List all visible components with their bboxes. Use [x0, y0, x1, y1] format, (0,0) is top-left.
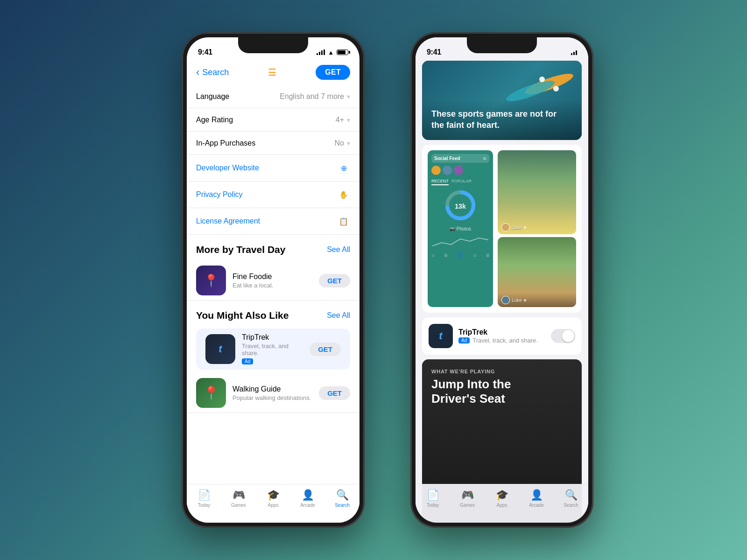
also-like-section-header: You Might Also Like See All [187, 301, 359, 327]
tab-search[interactable]: 🔍 Search [325, 489, 359, 508]
jane-heart-icon: ♥ [524, 225, 527, 230]
right-games-icon: 🎮 [461, 489, 474, 501]
triptrek-item-wrapper: t TripTrek Travel, track, and share. Ad … [187, 327, 359, 373]
more-title: More by Travel Day [196, 244, 285, 255]
toggle-switch[interactable] [551, 329, 575, 343]
triptrek-get-button[interactable]: GET [310, 343, 341, 356]
luke-heart-icon: ♥ [524, 298, 527, 303]
right-status-icons [571, 49, 577, 55]
info-row-iap: In-App Purchases No ▾ [187, 132, 359, 155]
svg-point-2 [539, 77, 545, 82]
fine-foodie-get-button[interactable]: GET [319, 274, 350, 287]
fine-foodie-info: Fine Foodie Eat like a local. [233, 273, 312, 289]
stats-circle: 13k [444, 189, 477, 224]
get-button-top[interactable]: GET [316, 65, 350, 80]
language-text: English and 7 more [280, 92, 344, 101]
sports-banner-content: These sports games are not forthe faint … [422, 99, 582, 140]
fine-foodie-subtitle: Eat like a local. [233, 282, 312, 289]
circle-icon-1: ○ [431, 252, 435, 259]
chevron-left-icon: ‹ [196, 67, 199, 77]
bottom-icons: ○ ≡ 👤 ○ ≡ [431, 250, 489, 259]
phone-right-screen: 9:41 [416, 37, 588, 523]
right-tab-arcade-label: Arcade [529, 503, 544, 508]
developer-link[interactable]: Developer Website [196, 164, 259, 172]
triptrek-info: TripTrek Travel, track, and share. Ad [242, 333, 303, 365]
age-value[interactable]: 4+ ▾ [336, 116, 350, 124]
showcase-left-col: Social Feed ⚙ RECENT [428, 150, 493, 307]
checklist-icon-btn[interactable]: ☰ [264, 64, 280, 80]
wifi-icon: ▲ [328, 49, 334, 56]
stats-container: 13k [431, 189, 489, 224]
signal-icon [317, 49, 325, 55]
tab-today[interactable]: 📄 Today [187, 489, 221, 508]
toggle-knob [562, 330, 574, 342]
svg-point-3 [553, 86, 559, 91]
status-icons-left: ▲ [317, 49, 348, 56]
social-feed-header: Social Feed ⚙ [431, 154, 489, 163]
walking-subtitle: Popular walking destinations. [233, 394, 312, 401]
jane-label: Jane [512, 225, 522, 230]
link-row-license[interactable]: License Agreement 📋 [187, 208, 359, 235]
right-tab-games[interactable]: 🎮 Games [450, 489, 485, 508]
triptrek-meta: Ad Travel, track, and share. [458, 336, 545, 344]
fine-foodie-name: Fine Foodie [233, 273, 312, 281]
tab-row: RECENT POPULAR [431, 179, 489, 185]
age-text: 4+ [336, 116, 344, 124]
iap-value[interactable]: No ▾ [335, 139, 350, 147]
link-row-developer[interactable]: Developer Website ⊕ [187, 155, 359, 182]
scroll-content[interactable]: Language English and 7 more ▾ Age Rating… [187, 85, 359, 508]
popular-tab: POPULAR [451, 179, 472, 185]
tab-apps[interactable]: 🎓 Apps [256, 489, 290, 508]
language-label: Language [196, 92, 229, 101]
notch-right [467, 37, 537, 53]
tab-games[interactable]: 🎮 Games [221, 489, 256, 508]
stats-center: 13k [455, 203, 465, 210]
stats-value: 13k [455, 203, 465, 210]
chevron-down-icon-iap: ▾ [347, 140, 350, 147]
triptrek-name: TripTrek [242, 333, 303, 342]
right-tab-today-label: Today [427, 503, 439, 508]
notch-left [238, 37, 308, 53]
phones-container: 9:41 ▲ ‹ Search ☰ [0, 0, 747, 560]
triptrek-ad-info: TripTrek Ad Travel, track, and share. [458, 328, 545, 344]
link-row-privacy[interactable]: Privacy Policy ✋ [187, 182, 359, 208]
right-tab-today[interactable]: 📄 Today [416, 489, 450, 508]
back-button[interactable]: ‹ Search [196, 67, 229, 77]
right-apps-icon: 🎓 [496, 489, 508, 501]
avatar-2 [443, 166, 452, 175]
walking-icon: 📍 [196, 378, 226, 408]
app-content: Language English and 7 more ▾ Age Rating… [187, 85, 359, 508]
person-photo: Luke ♥ [498, 237, 576, 307]
right-tab-search[interactable]: 🔍 Search [554, 489, 588, 508]
playing-content: WHAT WE'RE PLAYING Jump Into theDriver's… [431, 369, 572, 406]
right-today-icon: 📄 [427, 489, 439, 501]
app-item-walking: 📍 Walking Guide Popular walking destinat… [187, 373, 359, 413]
license-link[interactable]: License Agreement [196, 217, 260, 225]
tab-bar: 📄 Today 🎮 Games 🎓 Apps 👤 Arcade 🔍 [187, 484, 359, 523]
right-tab-apps[interactable]: 🎓 Apps [485, 489, 519, 508]
battery-icon [337, 49, 348, 55]
sports-banner: These sports games are not forthe faint … [422, 61, 582, 140]
list-icon-2: ≡ [486, 252, 489, 259]
mountain-photo: Jane ♥ [498, 150, 576, 234]
mini-chart [431, 234, 489, 248]
tab-today-label: Today [198, 503, 211, 508]
mountain-bg [498, 150, 576, 234]
checklist-icon: ☰ [268, 67, 276, 78]
more-see-all[interactable]: See All [327, 245, 350, 254]
phone-right: 9:41 [411, 33, 593, 527]
luke-avatar [501, 296, 510, 304]
language-value[interactable]: English and 7 more ▾ [280, 92, 350, 101]
playing-title: Jump Into theDriver's Seat [431, 377, 572, 406]
showcase-card: Social Feed ⚙ RECENT [422, 145, 582, 313]
info-row-age: Age Rating 4+ ▾ [187, 108, 359, 132]
right-tab-search-label: Search [564, 503, 578, 508]
privacy-link[interactable]: Privacy Policy [196, 190, 243, 199]
right-tab-arcade[interactable]: 👤 Arcade [519, 489, 554, 508]
also-like-see-all[interactable]: See All [327, 311, 350, 320]
triptrek-ad-row: t TripTrek Ad Travel, track, and share. [422, 317, 582, 355]
tab-arcade[interactable]: 👤 Arcade [290, 489, 325, 508]
walking-get-button[interactable]: GET [319, 386, 350, 400]
photos-label: 📷 Photos [431, 226, 489, 231]
app-item-triptrek: t TripTrek Travel, track, and share. Ad … [196, 329, 350, 370]
